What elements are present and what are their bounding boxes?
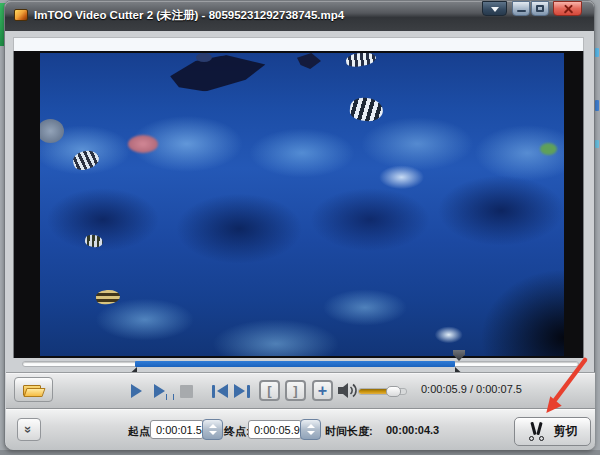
end-time-label: 终点: <box>224 424 250 439</box>
end-time-stepper[interactable] <box>300 419 321 440</box>
cut-button[interactable]: 剪切 <box>514 417 591 446</box>
video-panel-top-strip <box>13 37 584 51</box>
app-window: ImTOO Video Cutter 2 (未注册) - 80595231292… <box>4 0 595 450</box>
expand-button[interactable]: » <box>17 418 41 441</box>
stepper-up-icon <box>209 424 217 428</box>
video-letterbox <box>13 51 584 358</box>
desktop-icon-fragment <box>595 140 599 148</box>
double-chevron-down-icon: » <box>22 426 35 433</box>
cut-button-label: 剪切 <box>554 423 578 440</box>
titlebar: ImTOO Video Cutter 2 (未注册) - 80595231292… <box>5 1 594 31</box>
duration-value: 00:00:04.3 <box>386 424 439 436</box>
add-segment-button[interactable]: + <box>312 380 333 401</box>
video-fish <box>40 119 64 143</box>
start-time-stepper[interactable] <box>202 419 223 440</box>
maximize-icon <box>536 5 544 12</box>
time-display: 0:00:05.9 / 0:00:07.5 <box>421 383 522 395</box>
video-preview <box>40 53 564 356</box>
video-coral <box>128 135 158 153</box>
video-fish <box>297 53 321 69</box>
video-striped-fish <box>349 96 384 122</box>
app-logo-icon <box>14 9 28 21</box>
volume-slider[interactable] <box>358 388 407 395</box>
stop-button[interactable] <box>180 385 193 398</box>
video-striped-fish <box>345 53 377 68</box>
video-striped-fish <box>95 289 120 305</box>
next-frame-icon <box>234 384 245 398</box>
seek-selection-range <box>135 361 455 367</box>
start-time-input[interactable] <box>150 420 204 439</box>
scissors-icon <box>528 422 545 441</box>
bottom-panel: » 起点: 终点: 时间长度: 00:00:04.3 剪切 <box>6 408 595 450</box>
window-title: ImTOO Video Cutter 2 (未注册) - 80595231292… <box>34 8 344 23</box>
play-icon <box>131 384 142 398</box>
minimize-button[interactable] <box>512 1 530 16</box>
window-menu-button[interactable] <box>482 1 507 16</box>
set-end-button[interactable]: ] <box>285 380 306 401</box>
volume-handle[interactable] <box>386 386 401 397</box>
end-time-input[interactable] <box>248 420 302 439</box>
desktop-icon-fragment <box>595 48 599 57</box>
control-bar: [ ] + 0:00:05.9 / 0:00:07.5 <box>6 372 595 408</box>
duration-label: 时间长度: <box>325 424 373 439</box>
volume-icon[interactable] <box>338 382 358 399</box>
play-segment-button[interactable] <box>154 384 165 398</box>
folder-icon <box>23 383 45 397</box>
video-fish <box>168 53 267 95</box>
desktop-background <box>0 450 600 455</box>
video-striped-fish <box>71 148 101 172</box>
close-button[interactable] <box>553 1 582 16</box>
stepper-up-icon <box>307 424 315 428</box>
stepper-down-icon <box>307 431 315 435</box>
video-fish <box>196 53 212 62</box>
play-segment-icon <box>154 384 165 398</box>
playhead-marker[interactable] <box>453 350 465 361</box>
video-coral <box>540 143 557 155</box>
volume-fill <box>359 389 389 394</box>
prev-frame-icon <box>217 384 228 398</box>
chevron-down-icon <box>491 7 499 12</box>
set-start-button[interactable]: [ <box>259 380 280 401</box>
desktop-icon-fragment <box>595 100 599 111</box>
video-striped-fish <box>84 234 104 249</box>
next-frame-button[interactable] <box>234 384 250 398</box>
open-file-button[interactable] <box>14 377 53 402</box>
stepper-down-icon <box>209 431 217 435</box>
minimize-icon <box>517 10 526 12</box>
maximize-button[interactable] <box>531 1 549 16</box>
play-button[interactable] <box>131 384 142 398</box>
previous-frame-button[interactable] <box>212 384 228 398</box>
stop-icon <box>180 385 193 398</box>
